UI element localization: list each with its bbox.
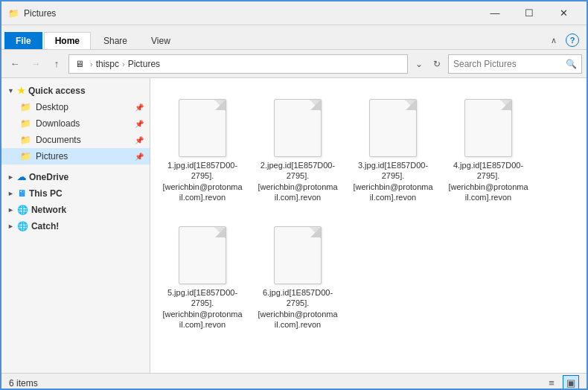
pin-icon-desktop: 📌 [135,103,144,112]
forward-button[interactable]: → [27,55,45,73]
sidebar-section-quick-access[interactable]: ▼ ★ Quick access [1,83,150,99]
address-dropdown-button[interactable]: ⌄ [411,54,427,74]
up-button[interactable]: ↑ [48,55,65,73]
pictures-icon: 📁 [19,150,31,162]
sidebar-item-label-pictures: Pictures [36,151,68,162]
tab-home[interactable]: Home [44,32,91,49]
address-sep-1: › [90,60,93,68]
file-icon-4 [458,90,518,157]
sidebar-section-network[interactable]: ► 🌐 Network [1,202,150,218]
list-item[interactable]: 1.jpg.id[1E857D00-2795].[werichbin@proto… [158,86,247,207]
file-name-5: 5.jpg.id[1E857D00-2795].[werichbin@proto… [162,287,243,330]
file-name-1: 1.jpg.id[1E857D00-2795].[werichbin@proto… [162,160,243,202]
thispc-icon: 🖥 [17,188,26,199]
tab-file[interactable]: File [4,32,42,49]
pin-icon-documents: 📌 [135,136,144,144]
sidebar-item-label-downloads: Downloads [36,118,80,129]
window-icon: 📁 [7,7,19,19]
sidebar-item-documents[interactable]: 📁 Documents 📌 [1,132,150,148]
chevron-right-icon-onedrive: ► [7,173,14,181]
address-current: Pictures [128,59,160,69]
file-name-3: 3.jpg.id[1E857D00-2795].[werichbin@proto… [353,160,433,202]
list-item[interactable]: 4.jpg.id[1E857D00-2795].[werichbin@proto… [444,86,533,207]
address-path[interactable]: 🖥 › thispc › Pictures [68,54,408,74]
ribbon: File Home Share View ∧ ? [1,25,587,50]
sidebar-item-label-desktop: Desktop [36,102,68,112]
file-icon-1 [173,90,232,157]
file-icon-6 [268,217,327,284]
ribbon-collapse-button[interactable]: ∧ [545,31,563,49]
list-item[interactable]: 3.jpg.id[1E857D00-2795].[werichbin@proto… [348,86,438,207]
search-box[interactable]: 🔍 [448,54,582,74]
file-icon-3 [363,90,423,157]
sidebar-section-onedrive[interactable]: ► ☁ OneDrive [1,169,150,185]
sidebar-section-catch[interactable]: ► 🌐 Catch! [1,218,150,234]
pin-icon-pictures: 📌 [135,153,144,161]
file-icon-5 [173,217,232,284]
status-bar: 6 items ≡ ▣ [1,373,587,390]
address-actions: ⌄ ↻ [411,54,445,74]
grid-view-button[interactable]: ▣ [563,375,579,391]
sidebar-item-downloads[interactable]: 📁 Downloads 📌 [1,115,150,132]
file-area: 111 1.jpg.id[1E857D00-2795].[werichbin@p… [150,78,587,373]
network-label: Network [31,205,66,215]
chevron-right-icon-network: ► [7,206,14,214]
sidebar-item-label-documents: Documents [36,135,81,145]
thispc-label: This PC [29,188,63,199]
sidebar-item-desktop[interactable]: 📁 Desktop 📌 [1,99,150,115]
chevron-right-icon-thispc: ► [7,190,14,197]
onedrive-icon: ☁ [17,172,26,182]
title-bar: 📁 Pictures — ☐ ✕ [1,1,587,25]
sidebar-section-thispc[interactable]: ► 🖥 This PC [1,185,150,202]
list-item[interactable]: 6.jpg.id[1E857D00-2795].[werichbin@proto… [253,213,342,334]
title-bar-controls: — ☐ ✕ [478,1,581,25]
catch-label: Catch! [31,221,59,231]
file-name-6: 6.jpg.id[1E857D00-2795].[werichbin@proto… [258,287,338,330]
file-name-2: 2.jpeg.id[1E857D00-2795].[werichbin@prot… [258,160,338,202]
onedrive-label: OneDrive [29,172,68,182]
downloads-icon: 📁 [19,118,31,130]
documents-icon: 📁 [19,134,31,146]
item-count: 6 items [9,378,38,389]
close-button[interactable]: ✕ [546,1,581,25]
minimize-button[interactable]: — [478,1,512,25]
address-bar: ← → ↑ 🖥 › thispc › Pictures ⌄ ↻ 🔍 [1,50,587,78]
status-bar-right: ≡ ▣ [543,375,579,391]
file-grid: 1.jpg.id[1E857D00-2795].[werichbin@proto… [150,78,587,342]
help-button[interactable]: ? [566,33,579,47]
file-name-4: 4.jpg.id[1E857D00-2795].[werichbin@proto… [448,160,528,202]
pin-icon-downloads: 📌 [135,120,144,128]
list-item[interactable]: 2.jpeg.id[1E857D00-2795].[werichbin@prot… [253,86,342,207]
tab-share[interactable]: Share [92,32,138,49]
address-refresh-button[interactable]: ↻ [429,54,445,74]
back-button[interactable]: ← [6,55,24,73]
maximize-button[interactable]: ☐ [512,1,546,25]
sidebar-item-pictures[interactable]: 📁 Pictures 📌 [1,148,150,164]
search-input[interactable] [453,59,566,69]
address-thispc[interactable]: thispc [96,59,119,69]
main-area: ▼ ★ Quick access 📁 Desktop 📌 📁 Downloads… [1,78,587,373]
list-item[interactable]: 5.jpg.id[1E857D00-2795].[werichbin@proto… [158,213,247,334]
address-sep-2: › [122,60,125,68]
desktop-icon: 📁 [19,101,31,113]
chevron-right-icon-catch: ► [7,223,14,230]
chevron-down-icon: ▼ [7,87,14,95]
window-title: Pictures [24,8,478,19]
address-path-icon: 🖥 [75,59,84,69]
ribbon-tabs: File Home Share View ∧ ? [1,25,587,49]
sidebar: ▼ ★ Quick access 📁 Desktop 📌 📁 Downloads… [1,78,150,373]
catch-icon: 🌐 [17,221,28,231]
quick-access-label: Quick access [28,86,86,96]
ribbon-more: ∧ ? [545,31,584,49]
file-icon-2 [268,90,327,157]
tab-view[interactable]: View [140,32,182,49]
star-icon: ★ [17,86,25,96]
list-view-button[interactable]: ≡ [543,375,560,391]
network-icon: 🌐 [17,205,28,215]
search-icon: 🔍 [566,59,577,69]
